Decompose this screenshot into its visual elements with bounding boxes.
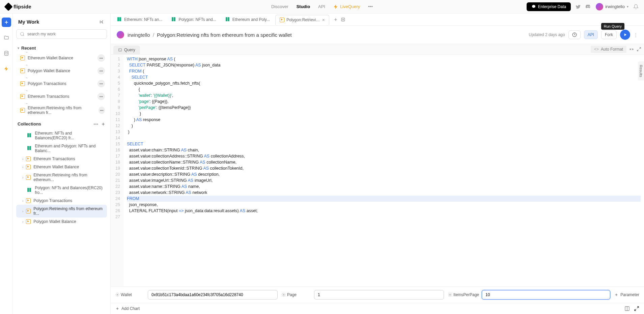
tab[interactable]: Ethereum: NFTs an... [113, 15, 166, 25]
results-tab[interactable]: Results [638, 61, 644, 81]
wallet-input[interactable] [148, 290, 278, 299]
collection-item[interactable]: Polygon: NFTs and Balances(ERC20) fro... [16, 184, 107, 197]
nav-studio[interactable]: Studio [297, 4, 310, 9]
page-input[interactable] [314, 290, 444, 299]
collection-item[interactable]: Ethereum and Polygon: NFTs and Balanc... [16, 142, 107, 155]
itemsperpage-input[interactable] [482, 290, 610, 299]
enterprise-button[interactable]: Enterprise Data [527, 2, 571, 11]
plus-icon [115, 307, 119, 311]
nav-more[interactable]: ••• [368, 4, 373, 9]
plus-icon[interactable] [333, 17, 338, 22]
plus-icon[interactable] [101, 122, 106, 126]
collection-item[interactable]: ›Polygon:Retrieving nfts from ethereum f… [16, 205, 107, 218]
twitter-icon[interactable] [576, 4, 581, 9]
recent-item[interactable]: ~ Polygon Transactions ••• [16, 78, 107, 89]
more-icon[interactable]: ⋮ [634, 32, 638, 37]
more-icon[interactable]: ••• [93, 121, 98, 126]
top-nav: flipside Discover Studio API LiveQuery •… [0, 0, 644, 13]
dashboard-icon [117, 17, 122, 22]
query-icon [20, 108, 25, 113]
history-button[interactable] [568, 30, 581, 39]
play-icon [623, 32, 627, 37]
tab-label: Ethereum and Poly... [232, 17, 270, 22]
collection-label: Ethereum and Polygon: NFTs and Balanc... [35, 144, 105, 153]
dashboard-icon [226, 17, 230, 22]
tab[interactable]: Ethereum and Poly... [222, 15, 274, 25]
collection-item[interactable]: ›Polygon Transactions [16, 197, 107, 205]
database-button[interactable] [2, 49, 11, 58]
run-query-button[interactable] [620, 30, 630, 40]
nav-livequery[interactable]: LiveQuery [333, 4, 360, 9]
nav-api[interactable]: API [318, 4, 325, 9]
nav-discover[interactable]: Discover [271, 4, 288, 9]
svg-point-7 [449, 294, 450, 295]
gear-icon[interactable] [282, 293, 286, 297]
recent-item-label: Polygon Transactions [28, 81, 66, 86]
close-icon[interactable]: × [322, 17, 325, 23]
recent-item[interactable]: ~ Ethereum Transactions ••• [16, 91, 107, 102]
breadcrumb: irwingtello / Polygon:Retrieving nfts fr… [111, 26, 644, 44]
split-icon[interactable] [624, 306, 630, 311]
discord-icon[interactable] [586, 4, 591, 9]
api-button[interactable]: API [584, 30, 598, 39]
tab[interactable]: Polygon: NFTs and... [168, 15, 220, 25]
add-parameter-button[interactable]: Parameter [614, 290, 639, 299]
dashboard-icon [27, 188, 32, 193]
bolt-icon [333, 4, 339, 9]
item-menu[interactable]: ••• [97, 93, 105, 100]
collection-label: Ethereum:Retrieving nfts from ethereum..… [33, 173, 105, 182]
recent-item[interactable]: ~ Polygon Wallet Balance ••• [16, 65, 107, 76]
item-menu[interactable]: ••• [97, 54, 105, 62]
bolt-button[interactable] [2, 64, 11, 74]
query-icon [20, 56, 25, 60]
query-tab[interactable]: Query [113, 46, 140, 54]
query-icon [26, 175, 31, 180]
collapse-panel-icon[interactable] [629, 47, 634, 52]
search-input[interactable] [27, 32, 103, 36]
item-menu[interactable]: ••• [99, 107, 105, 114]
expand-icon[interactable] [637, 47, 641, 52]
item-menu[interactable]: ••• [97, 80, 105, 87]
expand-icon[interactable] [634, 306, 639, 311]
tab[interactable]: Polygon:Retrieving...× [275, 15, 329, 25]
recent-item-label: Ethereum:Retrieving nfts from ethereum f… [28, 106, 96, 115]
new-button[interactable] [2, 18, 11, 27]
collections-header: Collections ••• [16, 119, 107, 129]
chevron-right-icon: › [22, 220, 23, 224]
autoformat-button[interactable]: <> Auto Format [591, 46, 626, 53]
collection-item[interactable]: ›Ethereum Wallet Balance [16, 163, 107, 171]
brand-logo[interactable]: flipside [5, 4, 31, 10]
query-icon [26, 209, 31, 213]
search-box[interactable] [16, 29, 107, 39]
collection-label: Polygon Wallet Balance [33, 219, 76, 224]
code-editor[interactable]: 1234567891011121314151617181920212223242… [111, 55, 644, 286]
sidebar-title-row: My Work [16, 18, 107, 29]
collection-item[interactable]: ›Polygon Wallet Balance [16, 218, 107, 226]
gear-icon[interactable] [115, 293, 119, 297]
item-menu[interactable]: ••• [97, 67, 105, 75]
collection-item[interactable]: ›Ethereum:Retrieving nfts from ethereum.… [16, 171, 107, 184]
svg-point-1 [21, 32, 24, 35]
query-icon [20, 94, 25, 99]
query-icon [26, 219, 31, 224]
collection-item[interactable]: ›Ethereum Transactions [16, 155, 107, 163]
user-menu[interactable]: irwingtello ▾ [596, 3, 628, 10]
query-icon [26, 156, 31, 161]
recent-item[interactable]: ~ Ethereum Wallet Balance ••• [16, 53, 107, 63]
breadcrumb-user[interactable]: irwingtello [128, 32, 150, 38]
close-all-icon[interactable] [341, 17, 345, 22]
recent-item[interactable]: ~ Ethereum:Retrieving nfts from ethereum… [16, 104, 107, 117]
fork-button[interactable]: Fork [601, 30, 617, 39]
left-iconbar [0, 13, 13, 314]
chevron-right-icon: › [22, 199, 23, 203]
brand-text: flipside [13, 4, 31, 9]
collection-label: Polygon:Retrieving nfts from ethereum fr… [33, 206, 105, 216]
bell-icon[interactable] [633, 4, 639, 9]
folder-button[interactable] [2, 33, 11, 42]
collapse-icon[interactable] [100, 19, 105, 25]
recent-header[interactable]: ▾ Recent [16, 44, 107, 53]
collection-item[interactable]: Ethereum: NFTs and Balances(ERC20) fr... [16, 129, 107, 142]
param-page: Page [282, 290, 444, 299]
gear-icon[interactable] [448, 293, 452, 297]
add-chart-button[interactable]: Add Chart [115, 306, 140, 311]
